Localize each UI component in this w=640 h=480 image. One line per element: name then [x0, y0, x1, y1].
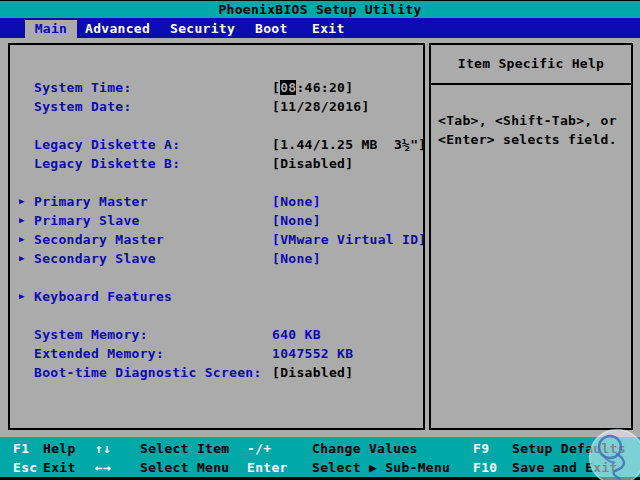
setting-value[interactable]: [VMware Virtual ID] [272, 230, 426, 249]
key-: ←→ [95, 458, 140, 477]
action-select-item: Select Item [140, 439, 247, 458]
setting-value[interactable]: [08:46:20] [272, 78, 353, 97]
setting-row-primary-master[interactable]: ▶Primary Master[None] [10, 192, 423, 211]
key-hint-row: F1Help↑↓Select Item-/+Change ValuesF9Set… [0, 439, 640, 458]
help-text-line: <Enter> selects field. [438, 130, 627, 149]
submenu-arrow-icon: ▶ [19, 291, 25, 301]
settings-rows: System Time:[08:46:20]System Date:[11/28… [10, 78, 423, 382]
help-panel-body: <Tab>, <Shift-Tab>, or<Enter> selects fi… [431, 85, 631, 149]
action-help: Help [43, 439, 95, 458]
setting-row-extended-memory[interactable]: Extended Memory:1047552 KB [10, 344, 423, 363]
setting-value[interactable]: [Disabled] [272, 154, 353, 173]
setting-label: Extended Memory: [34, 344, 164, 363]
setting-value[interactable]: [Disabled] [272, 363, 353, 382]
setting-row-system-time[interactable]: System Time:[08:46:20] [10, 78, 423, 97]
setting-row-system-date[interactable]: System Date:[11/28/2016] [10, 97, 423, 116]
row-spacer [10, 116, 423, 135]
row-spacer [10, 268, 423, 287]
key-f9: F9 [473, 439, 512, 458]
tab-advanced[interactable]: Advanced [85, 20, 150, 38]
tab-security[interactable]: Security [170, 20, 235, 38]
setting-value[interactable]: [11/28/2016] [272, 97, 370, 116]
action-save-and-exit: Save and Exit [512, 458, 640, 477]
setting-row-keyboard-features[interactable]: ▶Keyboard Features [10, 287, 423, 306]
page-title: PhoenixBIOS Setup Utility [218, 2, 421, 17]
top-border-line [0, 0, 640, 1]
action-select-sub-menu: Select ▶ Sub-Menu [312, 458, 473, 477]
setting-row-secondary-master[interactable]: ▶Secondary Master[VMware Virtual ID] [10, 230, 423, 249]
setting-label: Secondary Master [34, 230, 164, 249]
setting-label: Keyboard Features [34, 287, 172, 306]
action-select-menu: Select Menu [140, 458, 247, 477]
submenu-arrow-icon: ▶ [19, 234, 25, 244]
tab-exit[interactable]: Exit [312, 20, 345, 38]
action-change-values: Change Values [312, 439, 473, 458]
setting-label: System Memory: [34, 325, 148, 344]
setting-label: Legacy Diskette A: [34, 135, 180, 154]
row-spacer [10, 306, 423, 325]
key-hint-row: EscExit←→Select MenuEnterSelect ▶ Sub-Me… [0, 458, 640, 477]
setting-row-primary-slave[interactable]: ▶Primary Slave[None] [10, 211, 423, 230]
key-: ↑↓ [95, 439, 140, 458]
setting-row-boot-time-diagnostic-screen[interactable]: Boot-time Diagnostic Screen:[Disabled] [10, 363, 423, 382]
setting-value[interactable]: 640 KB [272, 325, 321, 344]
setting-label: Primary Master [34, 192, 148, 211]
row-spacer [10, 173, 423, 192]
action-exit: Exit [43, 458, 95, 477]
setting-label: System Date: [34, 97, 132, 116]
setting-label: Legacy Diskette B: [34, 154, 180, 173]
setting-row-legacy-diskette-b[interactable]: Legacy Diskette B:[Disabled] [10, 154, 423, 173]
tab-main[interactable]: Main [25, 20, 77, 38]
key-f10: F10 [473, 458, 512, 477]
setting-value[interactable]: [None] [272, 192, 321, 211]
settings-panel: System Time:[08:46:20]System Date:[11/28… [8, 43, 425, 430]
help-panel: Item Specific Help <Tab>, <Shift-Tab>, o… [429, 43, 633, 430]
setting-value[interactable]: [1.44/1.25 MB 3½"] [272, 135, 426, 154]
setting-row-legacy-diskette-a[interactable]: Legacy Diskette A:[1.44/1.25 MB 3½"] [10, 135, 423, 154]
help-text-line: <Tab>, <Shift-Tab>, or [438, 111, 627, 130]
key-enter: Enter [247, 458, 312, 477]
setting-value[interactable]: [None] [272, 249, 321, 268]
key-hint-bar: F1Help↑↓Select Item-/+Change ValuesF9Set… [0, 437, 640, 477]
key-f1: F1 [13, 439, 43, 458]
tab-boot[interactable]: Boot [255, 20, 288, 38]
setting-row-secondary-slave[interactable]: ▶Secondary Slave[None] [10, 249, 423, 268]
title-bar: PhoenixBIOS Setup Utility [0, 0, 640, 18]
setting-label: Secondary Slave [34, 249, 156, 268]
submenu-arrow-icon: ▶ [19, 253, 25, 263]
setting-label: Boot-time Diagnostic Screen: [34, 363, 262, 382]
setting-value[interactable]: 1047552 KB [272, 344, 353, 363]
key-: -/+ [247, 439, 312, 458]
setting-label: Primary Slave [34, 211, 140, 230]
setting-row-system-memory[interactable]: System Memory:640 KB [10, 325, 423, 344]
highlighted-field: 08 [280, 80, 296, 95]
help-panel-title: Item Specific Help [431, 45, 631, 85]
phoenixbios-setup-screen: PhoenixBIOS Setup Utility MainAdvancedSe… [0, 0, 640, 480]
menu-bar: MainAdvancedSecurityBootExit [0, 18, 640, 38]
setting-value[interactable]: [None] [272, 211, 321, 230]
submenu-arrow-icon: ▶ [19, 196, 25, 206]
key-esc: Esc [13, 458, 43, 477]
setting-label: System Time: [34, 78, 132, 97]
action-setup-defaults: Setup Defaults [512, 439, 640, 458]
submenu-arrow-icon: ▶ [19, 215, 25, 225]
